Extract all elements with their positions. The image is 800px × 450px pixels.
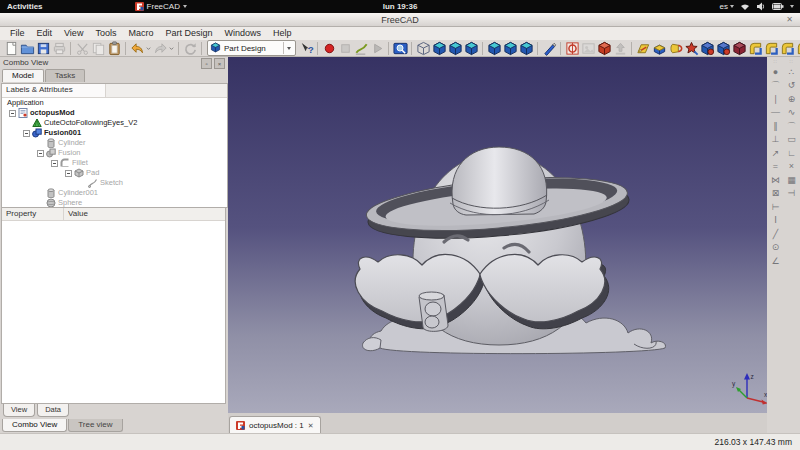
parallel-constraint-button[interactable]: ∥ [770,121,782,132]
copy-button[interactable] [90,40,106,56]
horizontal-constraint-button[interactable]: ― [770,107,782,118]
create-arc-button[interactable]: ↺ [786,80,798,91]
tree-expander[interactable] [37,150,44,157]
float-panel-button[interactable]: ▫ [201,58,212,69]
workbench-dropdown-icon[interactable] [283,42,293,54]
property-column-header[interactable]: Property [2,208,64,220]
battery-icon[interactable] [772,2,784,11]
print-button[interactable] [51,40,67,56]
create-fillet-button[interactable]: ∟ [786,148,798,159]
create-polyline-button[interactable]: ⌒ [786,121,798,132]
symmetric-constraint-button[interactable]: ⋈ [770,175,782,186]
horizontal-distance-constraint-button[interactable]: ⊢ [770,202,782,213]
create-circle-button[interactable]: ⊕ [786,94,798,105]
keyboard-layout-indicator[interactable]: es [720,2,734,11]
tree-item-fusion001[interactable]: Fusion001 [2,128,227,138]
close-panel-button[interactable]: × [214,58,225,69]
pad-button[interactable] [651,40,667,56]
chamfer-button[interactable] [763,40,779,56]
toggle-construction-button[interactable]: ⊣ [786,188,798,199]
toolbar-grip[interactable]: ∷ [773,59,777,64]
texture-mapping-button[interactable] [580,40,596,56]
tree-item-cuteoctofollowingeyes-v2[interactable]: CuteOctoFollowingEyes_V2 [2,118,227,128]
stop-loading-button[interactable] [596,40,612,56]
create-rectangle-button[interactable]: ▭ [786,134,798,145]
tangent-constraint-button[interactable]: ↗ [770,148,782,159]
tab-tasks[interactable]: Tasks [45,69,85,82]
left-view-button[interactable] [518,40,534,56]
undo-history-button[interactable] [145,40,152,56]
menu-tools[interactable]: Tools [89,27,122,40]
workbench-selector[interactable]: Part Design [207,40,296,56]
menu-macro[interactable]: Macro [122,27,159,40]
document-tab[interactable]: octopusMod : 1 ✕ [229,416,321,434]
menu-help[interactable]: Help [267,27,298,40]
front-view-button[interactable] [431,40,447,56]
pocket-button[interactable] [683,40,699,56]
create-sketch-button[interactable] [635,40,651,56]
revolve-button[interactable] [667,40,683,56]
save-document-button[interactable] [35,40,51,56]
tree-expander[interactable] [9,110,16,117]
angle-constraint-button[interactable]: ∠ [770,256,782,267]
rear-view-button[interactable] [486,40,502,56]
new-document-button[interactable] [3,40,19,56]
top-view-button[interactable] [447,40,463,56]
create-spline-button[interactable]: ∿ [786,107,798,118]
macro-stop-button[interactable] [337,40,353,56]
whats-this-button[interactable]: ? [298,40,314,56]
measure-button[interactable] [541,40,557,56]
create-point-button[interactable]: ∴ [786,67,798,78]
dock-tab-combo-view[interactable]: Combo View [2,419,67,432]
dock-tab-tree-view[interactable]: Tree view [68,419,122,432]
radius-constraint-button[interactable]: ⊙ [770,242,782,253]
window-close-button[interactable]: ✕ [784,14,795,25]
refresh-button[interactable] [182,40,198,56]
draft-button[interactable] [779,40,795,56]
export-button[interactable] [612,40,628,56]
app-menu[interactable]: FreeCAD [128,0,194,13]
tree-header[interactable]: Labels & Attributes [2,84,106,97]
block-constraint-button[interactable]: ⊠ [770,188,782,199]
perpendicular-constraint-button[interactable]: ⊥ [770,134,782,145]
vertical-distance-constraint-button[interactable]: Ⅰ [770,215,782,226]
value-column-header[interactable]: Value [64,208,92,220]
groove-button[interactable] [715,40,731,56]
tab-model[interactable]: Model [2,69,44,82]
menu-windows[interactable]: Windows [218,27,267,40]
tree-item-fusion[interactable]: Fusion [2,148,227,158]
loft-button[interactable] [731,40,747,56]
octopus-model[interactable] [355,147,665,354]
macro-edit-button[interactable] [353,40,369,56]
open-document-button[interactable] [19,40,35,56]
toolbar-grip[interactable]: ∷ [789,59,793,64]
menu-part-design[interactable]: Part Design [159,27,218,40]
macro-record-button[interactable] [321,40,337,56]
bottom-view-button[interactable] [502,40,518,56]
document-tab-close-icon[interactable]: ✕ [308,422,314,430]
external-geometry-button[interactable]: ▦ [786,175,798,186]
axonometric-view-button[interactable] [415,40,431,56]
tree-item-cylinder001[interactable]: Cylinder001 [2,188,227,198]
vertical-constraint-button[interactable]: ∣ [770,94,782,105]
tab-view[interactable]: View [3,404,35,417]
tree-item-sketch[interactable]: Sketch [2,178,227,188]
right-view-button[interactable] [463,40,479,56]
tree-expander[interactable] [23,130,30,137]
tree-expander[interactable] [51,160,58,167]
3d-viewport[interactable]: z x y [228,57,767,413]
title-bar[interactable]: FreeCAD ✕ [0,13,800,27]
equal-constraint-button[interactable]: = [770,161,782,172]
trim-edge-button[interactable]: × [786,161,798,172]
menu-view[interactable]: View [58,27,89,40]
hole-button[interactable] [699,40,715,56]
thickness-button[interactable] [795,40,800,56]
tab-data[interactable]: Data [37,404,69,417]
activities-button[interactable]: Activities [0,0,50,13]
redo-button[interactable] [152,40,168,56]
distance-constraint-button[interactable]: ╱ [770,229,782,240]
cut-button[interactable] [74,40,90,56]
tree-expander[interactable] [65,170,72,177]
tree-item-fillet[interactable]: Fillet [2,158,227,168]
fillet-button[interactable] [747,40,763,56]
